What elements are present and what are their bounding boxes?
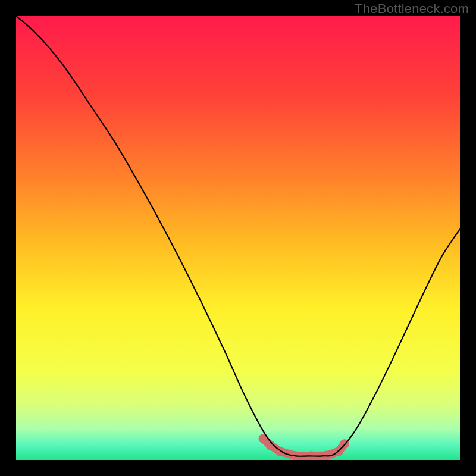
highlight-dot — [259, 434, 268, 443]
watermark-text: TheBottleneck.com — [355, 1, 469, 17]
bottleneck-chart — [0, 0, 476, 476]
chart-container: TheBottleneck.com — [0, 0, 476, 476]
plot-background — [16, 16, 460, 460]
